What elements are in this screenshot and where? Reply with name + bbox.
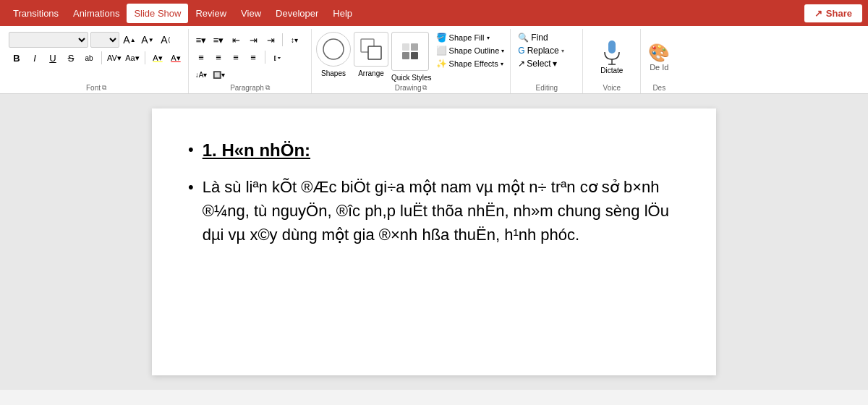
decrease-indent-btn[interactable]: ⇤	[228, 32, 244, 48]
font-separator2	[145, 51, 145, 64]
shape-fill-arrow: ▾	[487, 35, 490, 41]
menu-transitions[interactable]: Transitions	[6, 4, 66, 23]
highlight-btn[interactable]: A▾	[150, 50, 166, 66]
shape-outline-btn[interactable]: ⬜ Shape Outline ▾	[435, 45, 506, 56]
shape-outline-icon: ⬜	[436, 46, 447, 56]
para-row-3: ↓A▾ 🔲▾	[193, 67, 226, 82]
designer-icon: 🎨	[648, 43, 670, 63]
oval-shape-icon	[323, 38, 344, 60]
shape-effects-btn[interactable]: ✨ Shape Effects ▾	[435, 58, 506, 69]
find-btn[interactable]: 🔍 Find	[515, 32, 550, 43]
shape-options-group: 🪣 Shape Fill ▾ ⬜ Shape Outline ▾ ✨ Shape…	[435, 32, 506, 69]
numbering-btn[interactable]: ≡▾	[210, 32, 226, 48]
text-dir-btn[interactable]: ↓A▾	[193, 67, 209, 82]
shape-fill-icon: 🪣	[436, 33, 447, 43]
strikethrough-btn[interactable]: S	[63, 50, 79, 66]
menu-help[interactable]: Help	[326, 4, 359, 23]
share-button[interactable]: ↗ Share	[804, 4, 862, 22]
qs-cell-2	[411, 43, 418, 51]
shape-fill-btn[interactable]: 🪣 Shape Fill ▾	[435, 32, 506, 43]
bullet-dot-2: •	[188, 175, 194, 247]
voice-group: Dictate Voice	[583, 29, 641, 93]
designer-btn[interactable]: 🎨 De Id	[648, 43, 670, 72]
font-row-1: A▲ A▼ A⟨	[9, 32, 174, 48]
select-icon: ↗	[518, 59, 525, 69]
replace-label: Replace	[527, 46, 559, 56]
drawing-group: Shapes Arrange	[312, 29, 511, 93]
slide-content: • 1. H«n nhÖn: • Là sù liªn kÕt ®Æc biÖt…	[188, 137, 680, 247]
bold-btn[interactable]: B	[9, 50, 25, 66]
arrange-label: Arrange	[358, 69, 384, 77]
columns-btn[interactable]: ⫿▾	[269, 49, 285, 65]
drawing-expand-icon[interactable]: ⧉	[422, 84, 427, 92]
heading-text: 1. H«n nhÖn:	[203, 137, 680, 163]
quick-styles-grid	[402, 43, 418, 59]
microphone-icon	[602, 40, 622, 67]
smart-art-btn[interactable]: 🔲▾	[210, 67, 226, 82]
shape-fill-label: Shape Fill	[449, 33, 485, 42]
shape-outline-label: Shape Outline	[449, 46, 500, 55]
qs-cell-3	[402, 52, 409, 59]
font-family-select[interactable]	[9, 32, 88, 48]
font-color-btn[interactable]: A▾	[168, 50, 184, 66]
indent-btn[interactable]: ⇥	[263, 32, 278, 48]
quick-styles-btn[interactable]	[391, 32, 429, 71]
select-btn[interactable]: ↗ Select ▾	[515, 58, 559, 69]
bullet-item-2: • Là sù liªn kÕt ®Æc biÖt gi÷a một nam v…	[188, 175, 680, 247]
align-center-btn[interactable]: ≡	[210, 49, 226, 65]
body-text: Là sù liªn kÕt ®Æc biÖt gi÷a một nam vµ …	[203, 175, 680, 247]
para-row-1: ≡▾ ≡▾ ⇤ ⇥ ⇥ ↕▾	[193, 32, 302, 48]
select-label: Select	[527, 59, 550, 69]
bullet-item-1: • 1. H«n nhÖn:	[188, 137, 680, 163]
justify-btn[interactable]: ≡	[245, 49, 261, 65]
menu-developer[interactable]: Developer	[268, 4, 326, 23]
ribbon: A▲ A▼ A⟨ B I U S ab AV▾ Aa▾ A▾ A▾ Font ⧉	[0, 26, 868, 94]
aa-btn[interactable]: Aa▾	[124, 50, 140, 66]
designer-label: De Id	[650, 63, 668, 72]
font-group: A▲ A▼ A⟨ B I U S ab AV▾ Aa▾ A▾ A▾ Font ⧉	[4, 29, 189, 93]
font-shrink-btn[interactable]: A▼	[140, 32, 156, 48]
editing-label: Editing	[536, 82, 558, 92]
svg-point-0	[323, 39, 344, 59]
slide[interactable]: • 1. H«n nhÖn: • Là sù liªn kÕt ®Æc biÖt…	[152, 108, 716, 375]
increase-indent-btn[interactable]: ⇥	[245, 32, 261, 48]
font-separator	[101, 51, 102, 64]
voice-label: Voice	[603, 82, 621, 92]
menu-review[interactable]: Review	[188, 4, 234, 23]
font-grow-btn[interactable]: A▲	[122, 32, 137, 48]
kerning-btn[interactable]: AV▾	[106, 50, 122, 66]
menu-slideshow[interactable]: Slide Show	[127, 4, 188, 23]
quick-styles-label: Quick Styles	[391, 74, 432, 82]
subscript-btn[interactable]: ab	[81, 50, 97, 66]
quickstyles-container: Quick Styles	[391, 32, 432, 82]
clear-format-btn[interactable]: A⟨	[158, 32, 174, 48]
align-right-btn[interactable]: ≡	[228, 49, 244, 65]
shapes-container: Shapes	[316, 32, 351, 77]
shapes-btn[interactable]	[316, 32, 351, 67]
italic-btn[interactable]: I	[27, 50, 43, 66]
arrange-icon	[359, 38, 383, 61]
para-row-2: ≡ ≡ ≡ ≡ ⫿▾	[193, 49, 285, 65]
menu-animations[interactable]: Animations	[66, 4, 127, 23]
dictate-label: Dictate	[600, 67, 623, 74]
shapes-label: Shapes	[321, 69, 346, 77]
arrange-btn[interactable]	[354, 32, 388, 67]
menu-view[interactable]: View	[234, 4, 268, 23]
paragraph-expand-icon[interactable]: ⧉	[265, 84, 270, 92]
shape-outline-arrow: ▾	[501, 48, 504, 54]
font-expand-icon[interactable]: ⧉	[102, 84, 106, 92]
share-label: Share	[826, 8, 852, 19]
replace-btn[interactable]: G Replace ▾	[515, 45, 566, 56]
align-left-btn[interactable]: ≡	[193, 49, 209, 65]
find-label: Find	[531, 33, 548, 43]
font-size-select[interactable]	[90, 32, 119, 48]
dictate-btn[interactable]: Dictate	[595, 38, 629, 77]
font-label: Font ⧉	[86, 82, 106, 92]
arrange-container: Arrange	[354, 32, 388, 77]
qs-cell-4	[411, 52, 418, 59]
qs-cell-1	[402, 43, 409, 51]
svg-rect-3	[608, 40, 616, 54]
bullets-btn[interactable]: ≡▾	[193, 32, 209, 48]
line-spacing-btn[interactable]: ↕▾	[286, 32, 302, 48]
underline-btn[interactable]: U	[45, 50, 61, 66]
